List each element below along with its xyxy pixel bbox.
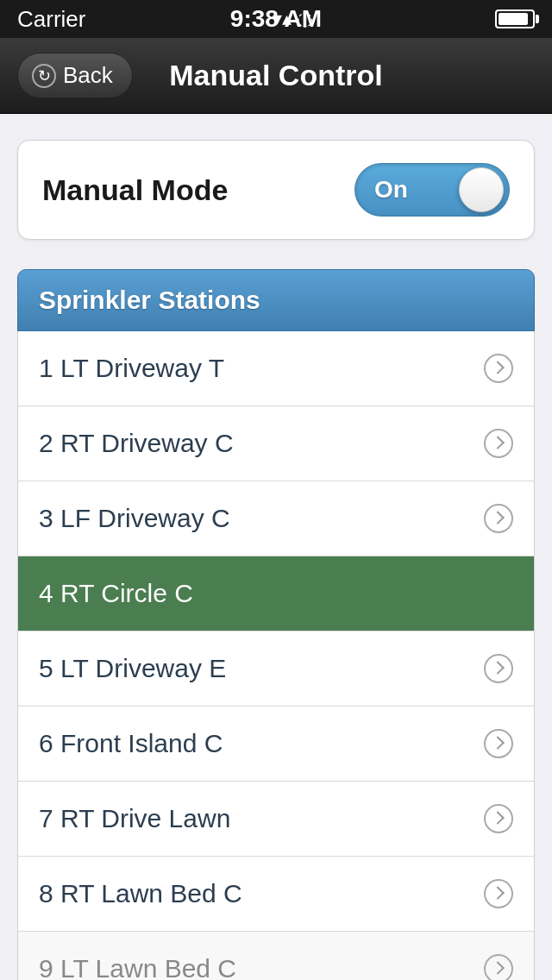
manual-mode-label: Manual Mode — [42, 173, 228, 207]
chevron-right-icon — [484, 429, 513, 458]
chevron-right-icon — [484, 879, 513, 908]
station-item[interactable]: 2 RT Driveway C — [18, 406, 534, 481]
back-label: Back — [63, 62, 113, 89]
chevron-right-icon — [484, 504, 513, 533]
station-name: 8 RT Lawn Bed C — [39, 879, 242, 908]
station-item[interactable]: 8 RT Lawn Bed C — [18, 857, 534, 932]
station-name: 6 Front Island C — [39, 729, 223, 758]
status-bar: Carrier ▾▴ ◌ 9:38 AM — [0, 0, 552, 38]
station-name: 3 LF Driveway C — [39, 504, 230, 533]
station-item[interactable]: 3 LF Driveway C — [18, 481, 534, 556]
sprinkler-stations-header: Sprinkler Stations — [17, 269, 535, 331]
station-item[interactable]: 1 LT Driveway T — [18, 331, 534, 406]
chevron-right-icon — [484, 354, 513, 383]
nav-bar: ↻ Back Manual Control — [0, 38, 552, 114]
station-item[interactable]: 4 RT Circle C — [18, 556, 534, 631]
section-header-label: Sprinkler Stations — [39, 286, 260, 314]
station-name: 1 LT Driveway T — [39, 354, 224, 383]
station-name: 2 RT Driveway C — [39, 429, 234, 458]
battery-fill — [499, 13, 528, 25]
toggle-on-label: On — [374, 176, 408, 204]
chevron-right-icon — [484, 729, 513, 758]
manual-mode-card: Manual Mode On — [17, 140, 535, 240]
station-item[interactable]: 9 LT Lawn Bed C — [18, 932, 534, 980]
back-button[interactable]: ↻ Back — [17, 53, 133, 98]
chevron-right-icon — [484, 804, 513, 833]
carrier-label: Carrier — [17, 6, 85, 33]
content-area: Manual Mode On Sprinkler Stations 1 LT D… — [0, 114, 552, 980]
manual-mode-toggle[interactable]: On — [354, 163, 510, 217]
station-name: 5 LT Driveway E — [39, 654, 226, 683]
chevron-right-icon — [484, 954, 513, 980]
sprinkler-stations-section: Sprinkler Stations 1 LT Driveway T2 RT D… — [17, 269, 535, 980]
battery-icon — [495, 9, 535, 28]
station-item[interactable]: 5 LT Driveway E — [18, 631, 534, 707]
toggle-knob — [459, 167, 504, 212]
station-name: 4 RT Circle C — [39, 579, 193, 608]
status-time: 9:38 AM — [230, 5, 322, 33]
station-item[interactable]: 7 RT Drive Lawn — [18, 782, 534, 857]
stations-list: 1 LT Driveway T2 RT Driveway C3 LF Drive… — [17, 331, 535, 980]
back-arrow-icon: ↻ — [32, 64, 56, 88]
station-name: 9 LT Lawn Bed C — [39, 954, 236, 980]
page-title: Manual Control — [169, 59, 382, 92]
station-name: 7 RT Drive Lawn — [39, 804, 230, 833]
chevron-right-icon — [484, 654, 513, 683]
station-item[interactable]: 6 Front Island C — [18, 707, 534, 782]
